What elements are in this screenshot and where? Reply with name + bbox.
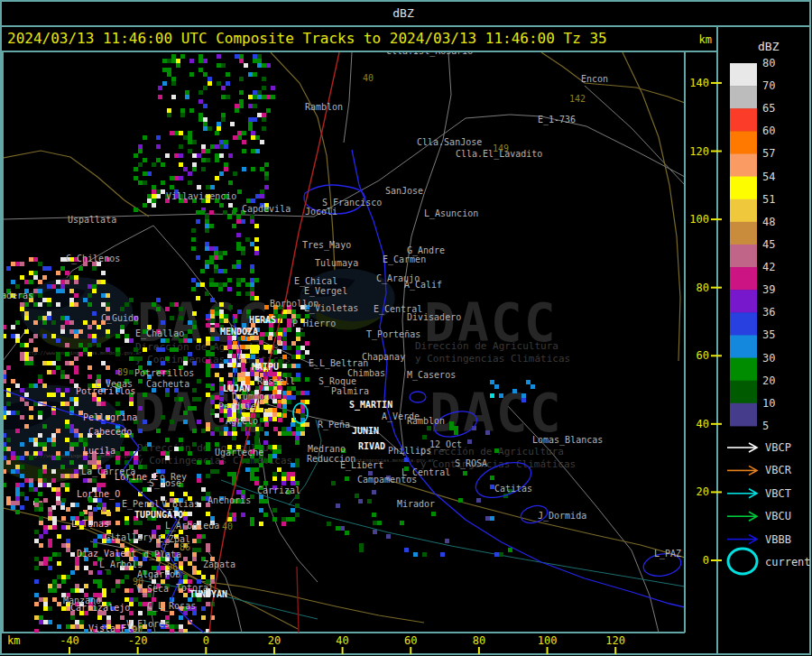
right-axis-label: 140 <box>689 77 709 89</box>
colorbar-label: 39 <box>762 283 775 296</box>
colorbar-swatch <box>730 222 757 245</box>
bottom-axis-label: 80 <box>473 634 485 647</box>
bottom-axis-label: 100 <box>538 634 558 647</box>
right-axis-label: 60 <box>697 349 709 362</box>
bottom-axis-label: 0 <box>203 634 209 647</box>
colorbar-swatch <box>730 381 757 404</box>
bottom-axis-label: 20 <box>268 634 281 647</box>
legend-label: current <box>765 556 811 568</box>
radar-display: dBZ 2024/03/13 11:46:00 UTC Composite Tr… <box>0 0 812 656</box>
colorbar-swatch <box>730 108 757 132</box>
colorbar-swatch <box>730 335 757 358</box>
colorbar-swatch <box>730 153 757 177</box>
legend-arrow-icon <box>727 535 757 544</box>
legend-label: VBCP <box>765 441 791 454</box>
right-axis-label: 80 <box>697 282 709 294</box>
colorbar-label: 30 <box>762 352 775 365</box>
bottom-axis-label: 40 <box>336 634 348 647</box>
bottom-axis-label: -20 <box>128 634 148 647</box>
right-axis-label: 40 <box>697 418 709 430</box>
right-axis-label: 100 <box>689 213 709 226</box>
colorbar-label: 48 <box>762 216 775 228</box>
colorbar-swatch <box>730 312 757 336</box>
colorbar: 807065605754514845423936353020105 <box>730 57 775 432</box>
colorbar-label: 57 <box>762 147 775 160</box>
bottom-axis-label: -40 <box>60 634 79 647</box>
colorbar-label: 51 <box>762 193 775 206</box>
colorbar-swatch <box>730 245 757 268</box>
bottom-axis-label: 120 <box>605 634 625 647</box>
legend-arrow-icon <box>727 512 757 521</box>
colorbar-label: 36 <box>762 306 775 319</box>
colorbar-label: 54 <box>762 171 775 183</box>
bottom-axis-label: 60 <box>404 634 417 647</box>
colorbar-swatch <box>730 267 757 291</box>
legend-label: VBCR <box>765 464 792 476</box>
legend-label: VBBB <box>765 533 791 546</box>
status-line: 2024/03/13 11:46:00 UTC Composite Tracks… <box>7 30 607 47</box>
colorbar-label: 35 <box>762 328 775 341</box>
colorbar-label: 65 <box>762 102 775 115</box>
colorbar-label: 45 <box>762 238 775 251</box>
colorbar-title: dBZ <box>758 40 780 53</box>
colorbar-label: 42 <box>762 261 775 273</box>
legend-arrow-icon <box>727 443 757 452</box>
colorbar-swatch <box>730 131 757 154</box>
legend-arrow-icon <box>727 489 757 498</box>
colorbar-label: 70 <box>762 79 775 92</box>
colorbar-swatch <box>730 290 757 313</box>
right-axis-label: 0 <box>703 554 709 567</box>
colorbar-swatch <box>730 177 757 200</box>
map-canvas[interactable] <box>4 52 684 633</box>
colorbar-swatch <box>730 403 757 427</box>
colorbar-label: 60 <box>762 125 775 137</box>
track-legend: VBCPVBCRVBCTVBCUVBBBcurrent <box>727 441 811 574</box>
colorbar-label: 80 <box>762 57 775 69</box>
colorbar-label: 5 <box>762 420 769 432</box>
legend-label: VBCT <box>765 487 791 500</box>
window-title: dBZ <box>392 6 414 20</box>
colorbar-swatch <box>730 63 757 87</box>
colorbar-swatch <box>730 199 757 223</box>
right-axis-label: 20 <box>697 485 709 498</box>
legend-arrow-icon <box>727 466 757 475</box>
right-axis-label: 120 <box>689 145 709 158</box>
legend-ellipse-icon <box>728 549 757 574</box>
right-axis-unit: km <box>699 33 712 46</box>
radar-app-window: dBZ 2024/03/13 11:46:00 UTC Composite Tr… <box>0 0 812 656</box>
legend-label: VBCU <box>765 510 791 522</box>
colorbar-label: 10 <box>762 397 775 410</box>
colorbar-swatch <box>730 86 757 109</box>
colorbar-swatch <box>730 358 757 382</box>
bottom-axis-unit: km <box>7 634 20 647</box>
colorbar-label: 20 <box>762 374 775 387</box>
